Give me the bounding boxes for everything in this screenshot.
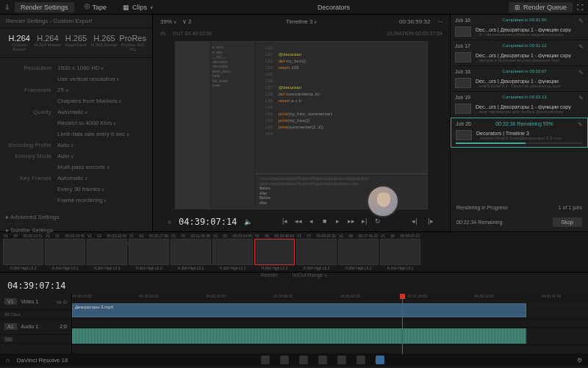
job-thumbnail	[455, 104, 471, 114]
render-tab[interactable]: Render	[261, 273, 278, 278]
pencil-icon[interactable]: ✎	[578, 43, 584, 50]
timeline-timecode: 04:39:07:14	[0, 278, 73, 294]
codec-preset[interactable]: H.265H.265 Master	[91, 32, 118, 53]
mark-out-button[interactable]: |▸	[426, 217, 435, 226]
home-icon[interactable]: ⌂	[6, 357, 10, 364]
media-page-icon[interactable]	[261, 356, 270, 364]
zoom-dropdown[interactable]: 39%	[160, 18, 176, 25]
color-page-icon[interactable]	[337, 356, 346, 364]
setting-row[interactable]: Multi-pass encode	[6, 162, 146, 173]
render-queue-tab[interactable]: ⊞ Render Queue	[509, 2, 573, 12]
options-icon[interactable]: ···	[437, 18, 442, 25]
mark-in-button[interactable]: ◂|	[410, 217, 419, 226]
edit-page-icon[interactable]	[299, 356, 308, 364]
job-item[interactable]: Job 16Completed in 00:01:50✎Dec...ors | …	[451, 15, 588, 40]
job-item[interactable]: Job 19Completed in 00:02:13✎Dec...ors | …	[451, 92, 588, 118]
timeline-dropdown[interactable]: Timeline 3	[286, 18, 317, 25]
tape-tab[interactable]: ⦾ Tape	[79, 1, 113, 12]
stop-button[interactable]: ■	[320, 217, 329, 226]
clip-thumbnail[interactable]: V10000:02:12:51H.264 High L5.2	[3, 234, 43, 270]
deliver-page-icon[interactable]	[376, 356, 384, 364]
clip-thumbnail[interactable]: V10400:11:06:38H.264 High L5.2	[171, 234, 211, 270]
transport-timecode: 04:39:07:14	[179, 217, 237, 227]
pencil-icon[interactable]: ✎	[578, 18, 584, 24]
clip-thumbnail[interactable]: V10500:03:24:46H.264 High L5.2	[212, 234, 253, 270]
timeline-panel: Render In/Out Range 04:39:07:14 V1 Video…	[0, 273, 588, 353]
clip-thumbnail[interactable]: V10800:17:41:32H.264 High L5.2	[338, 234, 379, 270]
video-clip[interactable]: Декораторы 3.mp4	[72, 303, 526, 317]
handle-icon[interactable]: ⟐	[168, 218, 171, 226]
setting-row[interactable]: Entropy ModeAuto	[6, 151, 146, 162]
export-icon[interactable]: ⇩	[4, 4, 10, 11]
cut-page-icon[interactable]	[280, 356, 289, 364]
audio-clip[interactable]	[72, 328, 526, 344]
job-item[interactable]: Job 18Completed in 00:02:07✎Dec...ors | …	[451, 66, 588, 92]
codec-preset[interactable]: H.264H.264 Master	[35, 32, 62, 53]
setting-row[interactable]: Frame reordering	[6, 195, 146, 206]
codec-preset[interactable]: H.264Custom Export	[6, 32, 33, 53]
stop-render-button[interactable]: Stop	[553, 217, 582, 227]
video-track-header[interactable]: V1 Video 1 ▭ ◇	[0, 294, 71, 310]
codec-presets: H.264Custom ExportH.264H.264 MasterH.265…	[0, 28, 152, 58]
bottom-bar: ⌂ DaVinci Resolve 18 ⚙	[0, 353, 588, 367]
render-settings-tab[interactable]: Render Settings	[15, 2, 74, 12]
video-track[interactable]: Декораторы 3.mp4	[72, 303, 588, 319]
first-frame-button[interactable]: |◂	[281, 217, 290, 226]
setting-row[interactable]: Encoding ProfileAuto	[6, 140, 146, 151]
audio-track[interactable]	[72, 328, 588, 345]
viewer[interactable]: ▸ venv▾ very __init__ decorator decorato…	[175, 41, 428, 209]
job-thumbnail	[455, 52, 471, 62]
pencil-icon[interactable]: ✎	[578, 95, 584, 101]
setting-row[interactable]: Key FramesAutomatic	[6, 173, 146, 184]
render-job-count: 1 of 1 jobs	[559, 205, 582, 210]
page-switcher	[261, 356, 384, 364]
audio-track-header[interactable]: A1 Audio 1 2.0	[0, 319, 71, 335]
fairlight-page-icon[interactable]	[356, 356, 365, 364]
clip-strip: V10000:02:12:51H.264 High L5.2V10100:02:…	[0, 231, 588, 273]
loop-button[interactable]: ↻	[373, 217, 382, 226]
render-status-label: Rendering in Progress	[456, 205, 508, 210]
project-settings-icon[interactable]: ⚙	[577, 357, 582, 364]
setting-row[interactable]: Chapters from Markers	[6, 95, 146, 107]
codec-preset[interactable]: H.265HyperDeck	[62, 32, 90, 53]
clip-thumbnail[interactable]: V10600:34:46:54H.264 High L5.2	[254, 234, 295, 270]
next-button[interactable]: ▸▸	[347, 217, 356, 226]
playhead[interactable]	[402, 294, 403, 354]
setting-row[interactable]: Limit data rate entry 0 sec	[6, 129, 146, 140]
setting-row[interactable]: QualityAutomatic	[6, 107, 146, 118]
play-button[interactable]: ▸	[334, 217, 343, 226]
pencil-icon[interactable]: ✎	[578, 69, 584, 76]
prev-button[interactable]: ◂◂	[294, 217, 303, 226]
timeline-ruler[interactable]: 04:29:14:0004:30:52:0004:32:30:0004:34:0…	[72, 294, 588, 303]
clip-thumbnail[interactable]: V10300:19:17:09H.264 High L5.2	[129, 234, 169, 270]
job-thumbnail	[456, 130, 472, 140]
top-bar: ⇩ Render Settings ⦾ Tape ▦ Clips Decorat…	[0, 0, 588, 15]
job-item-active[interactable]: Job 20 00:22:36 Remaining 55% ✎ Decorato…	[451, 118, 588, 148]
advanced-settings[interactable]: ▸ Advanced Settings	[0, 210, 152, 223]
last-frame-button[interactable]: ▸|	[360, 217, 369, 226]
webcam-overlay	[367, 185, 399, 217]
expand-icon[interactable]: ⛶	[577, 4, 584, 11]
setting-row[interactable]: Framerate25	[6, 84, 146, 95]
app-title: DaVinci Resolve 18	[17, 357, 68, 364]
setting-row[interactable]: Resolution1920 x 1080 HD	[6, 62, 146, 73]
setting-row[interactable]: Restrict to 4000 Kb/s	[6, 118, 146, 129]
volume-icon[interactable]: 🔈	[244, 218, 252, 226]
progress-bar	[456, 142, 526, 144]
clip-thumbnail[interactable]: V10200:03:22:06H.264 High L5.2	[87, 234, 127, 270]
render-settings-panel: Render Settings - Custom Export H.264Cus…	[0, 15, 153, 231]
codec-preset[interactable]: ProResProRes 422 HQ	[119, 32, 146, 53]
pencil-icon[interactable]: ✎	[578, 121, 583, 128]
clips-tab[interactable]: ▦ Clips	[117, 2, 159, 12]
clip-thumbnail[interactable]: V10700:03:25:26H.264 High L5.2	[296, 234, 337, 270]
clip-thumbnail[interactable]: V10100:02:10:45H.264 High L5.2	[45, 234, 85, 270]
range-dropdown[interactable]: In/Out Range	[293, 273, 327, 278]
setting-row[interactable]: Use vertical resolution	[6, 73, 146, 84]
play-reverse-button[interactable]: ◂	[307, 217, 316, 226]
job-thumbnail	[455, 26, 471, 37]
setting-row[interactable]: Every 30 frames	[6, 184, 146, 195]
clip-thumbnail[interactable]: V10900:50:07:23H.264 High L5.2	[380, 234, 420, 270]
fusion-page-icon[interactable]	[318, 356, 327, 364]
job-item[interactable]: Job 17Completed in 00:01:12✎Dec...ors | …	[451, 40, 588, 66]
time-remaining: 00:22:34 Remaining	[456, 220, 503, 225]
